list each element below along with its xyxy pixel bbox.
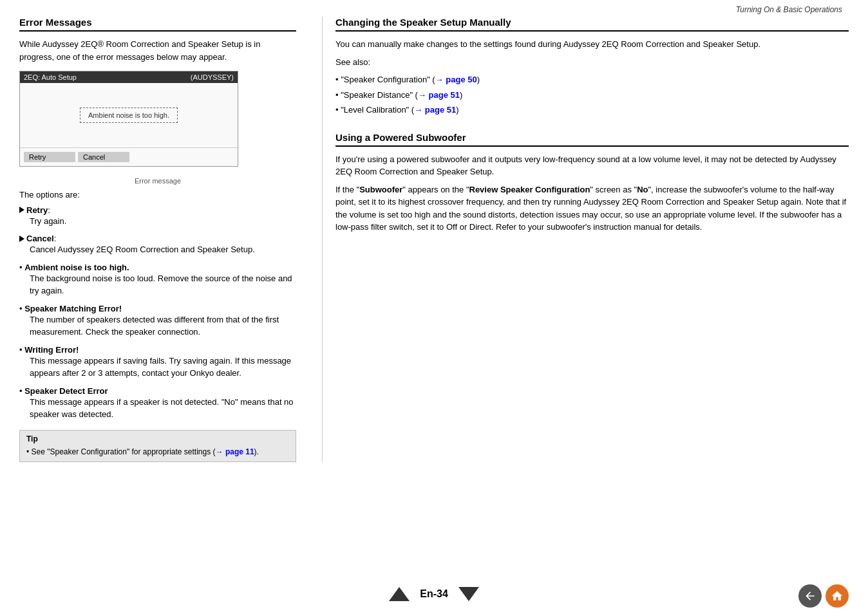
see-also-label: See also: [335,56,849,69]
error-diagram: 2EQ: Auto Setup (AUDYSSEY) Ambient noise… [19,71,238,167]
tip-title: Tip [26,434,289,443]
diagram-title-right: (AUDYSSEY) [191,73,234,81]
ambient-noise-box: Ambient noise is too high. [80,107,178,123]
bullet-sm-label: Speaker Matching Error! [24,304,122,313]
bullet-ambient-label: Ambient noise is too high. [24,263,129,272]
content-area: Error Messages While Audyssey 2EQ® Room … [0,17,868,462]
retry-colon: : [48,205,50,215]
back-icon [804,590,816,602]
footer-right-icons [798,584,849,608]
cancel-arrow-icon [19,236,24,242]
cancel-label: Cancel [26,234,54,243]
tip-content: • See "Speaker Configuration" for approp… [26,446,289,458]
diagram-title-left: 2EQ: Auto Setup [24,73,77,81]
home-icon [831,590,844,602]
page-number: En-34 [420,588,448,600]
powered-subwoofer-section: Using a Powered Subwoofer If you're usin… [335,132,849,234]
tip-link[interactable]: → page 11 [216,447,254,456]
option-cancel: Cancel: Cancel Audyssey 2EQ Room Correct… [19,234,296,256]
cancel-btn-diagram[interactable]: Cancel [78,152,129,162]
retry-label: Retry [26,205,48,215]
bullet-sm-desc: The number of speakers detected was diff… [30,313,296,339]
cancel-desc: Cancel Audyssey 2EQ Room Correction and … [30,243,296,256]
link-page-50[interactable]: → page 50 [435,75,477,84]
cancel-colon: : [54,234,57,243]
back-button[interactable] [798,584,822,608]
section-title-header: Turning On & Basic Operations [736,5,842,14]
link-page-51-cal[interactable]: → page 51 [414,105,456,115]
home-button[interactable] [826,584,849,608]
see-also-item-2: "Level Calibration" (→ page 51) [335,104,849,116]
subwoofer-para1: If you're using a powered subwoofer and … [335,153,849,178]
link-page-51-dist[interactable]: → page 51 [418,90,460,100]
bullet-we-dot: • [19,345,24,355]
bullet-speaker-detect: • Speaker Detect Error This message appe… [19,386,296,421]
option-retry: Retry: Try again. [19,205,296,228]
diagram-title-bar: 2EQ: Auto Setup (AUDYSSEY) [20,71,238,83]
review-speaker-bold: Review Speaker Configuration [469,185,590,194]
subwoofer-bold: Subwoofer [359,185,402,194]
bullet-sm-dot: • [19,304,24,313]
retry-desc: Try again. [30,215,296,228]
nav-down-button[interactable] [458,587,479,601]
page-header: Turning On & Basic Operations [0,0,868,17]
changing-speaker-intro: You can manually make changes to the set… [335,38,849,51]
diagram-footer: Retry Cancel [20,147,238,166]
see-also-list: "Speaker Configuration" (→ page 50) "Spe… [335,73,849,116]
bullet-ambient-dot: • [19,263,24,272]
bullet-ambient: • Ambient noise is too high. The backgro… [19,263,296,297]
subwoofer-para2: If the "Subwoofer" appears on the "Revie… [335,183,849,234]
page-footer: En-34 [0,587,868,601]
right-column: Changing the Speaker Setup Manually You … [322,17,849,462]
tip-box: Tip • See "Speaker Configuration" for ap… [19,430,296,462]
bullet-ambient-desc: The background noise is too loud. Remove… [30,272,296,297]
error-messages-intro: While Audyssey 2EQ® Room Correction and … [19,38,296,63]
bullet-speaker-matching: • Speaker Matching Error! The number of … [19,304,296,339]
nav-up-button[interactable] [389,587,410,601]
changing-speaker-title: Changing the Speaker Setup Manually [335,17,849,32]
options-intro: The options are: [19,189,296,201]
powered-subwoofer-title: Using a Powered Subwoofer [335,132,849,147]
retry-arrow-icon [19,207,24,213]
see-also-item-1: "Speaker Distance" (→ page 51) [335,89,849,102]
bullet-sd-desc: This message appears if a speaker is not… [30,396,296,421]
diagram-body: Ambient noise is too high. [20,83,238,147]
changing-speaker-section: Changing the Speaker Setup Manually You … [335,17,849,116]
see-also-item-0: "Speaker Configuration" (→ page 50) [335,73,849,86]
bullet-sd-label: Speaker Detect Error [24,386,108,396]
diagram-label: Error message [19,174,296,189]
error-messages-title: Error Messages [19,17,296,32]
left-column: Error Messages While Audyssey 2EQ® Room … [19,17,296,462]
bullet-sd-dot: • [19,386,24,396]
bullet-we-label: Writing Error! [24,345,79,355]
bullet-writing-error: • Writing Error! This message appears if… [19,345,296,380]
retry-btn-diagram[interactable]: Retry [24,152,75,162]
no-bold: No [637,185,648,194]
bullet-we-desc: This message appears if saving fails. Tr… [30,355,296,380]
